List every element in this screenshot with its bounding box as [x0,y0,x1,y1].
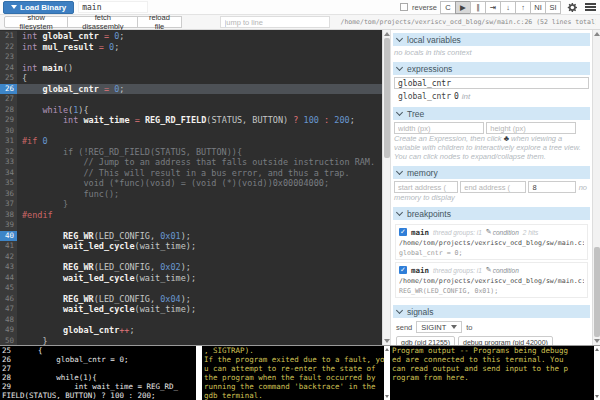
scroll-up-icon[interactable] [385,348,389,351]
signal-target-button[interactable]: debug program (pid 42000) [458,336,553,345]
pause-button[interactable]: ∥ [470,1,486,14]
return-button[interactable]: ↑ [515,1,531,14]
breakpoint-thread-groups: thread groups: i1 [433,229,482,236]
line-number[interactable]: 24 [0,63,17,74]
continue-button[interactable]: C [440,1,456,14]
scroll-down-icon[interactable] [595,395,599,398]
panel-header-tree[interactable]: Tree [393,107,590,120]
main-area: 21int global_cntr = 0;22int mul_result =… [0,30,600,345]
line-number[interactable]: 28 [0,105,17,116]
scroll-down-icon[interactable] [385,395,389,398]
breakpoint-condition-button[interactable]: ✎condition [486,228,519,236]
line-number[interactable]: 33 [0,157,17,168]
line-number[interactable]: 32 [0,147,17,158]
panel-header-memory[interactable]: memory [393,166,590,179]
editor-scrollbar[interactable] [382,30,390,345]
scroll-up-icon[interactable] [384,32,390,36]
gdbgui-console-terminal[interactable]: , SIGTRAP). If the program exited due to… [202,346,384,400]
expression-input[interactable] [394,77,589,89]
line-number[interactable]: 37 [0,199,17,210]
run-button[interactable]: ▶ [455,1,471,14]
scroll-up-icon[interactable] [595,348,599,351]
breakpoint-gutter[interactable]: 40 [0,231,17,242]
line-number[interactable]: 38 [0,210,17,221]
scrollbar-thumb[interactable] [594,247,600,337]
line-number[interactable]: 23 [0,52,17,63]
chevron-down-icon [396,167,403,174]
signal-target-button[interactable]: gdb (pid 21255) [396,336,455,345]
line-number[interactable]: 46 [0,294,17,305]
show-filesystem-button[interactable]: show filesystem [4,16,68,28]
tree-height-input[interactable] [486,122,576,134]
line-number[interactable]: 44 [0,273,17,284]
editor-line: 37 } [0,199,382,210]
panel-title: Tree [407,109,424,119]
scroll-up-icon[interactable] [594,32,600,36]
line-number[interactable]: 49 [0,325,17,336]
editor-line: 42 [0,252,382,263]
gdb-terminal[interactable]: 25 { 26 global_cntr = 0; 27 28 while(1){… [0,346,196,400]
panel-header-local-variables[interactable]: local variables [393,33,590,46]
breakpoint-enabled-checkbox[interactable]: ✓ [399,266,407,274]
code-text [17,126,22,137]
breakpoint-condition-button[interactable]: ✎condition [486,266,519,274]
editor-line: 28 while(1){ [0,105,382,116]
code-text: wait_led_cycle(wait_time); [17,241,196,252]
line-number[interactable]: 30 [0,126,17,137]
panel-header-breakpoints[interactable]: breakpoints [393,207,590,220]
menu-button[interactable] [583,1,597,14]
chevron-down-icon [11,5,17,9]
line-number[interactable]: 50 [0,336,17,346]
next-button[interactable]: ⇥ [485,1,501,14]
code-text: { [17,73,27,84]
line-number[interactable]: 41 [0,241,17,252]
reload-file-button[interactable]: reload file [137,16,181,28]
line-number[interactable]: 31 [0,136,17,147]
step-button[interactable]: ↓ [500,1,516,14]
settings-button[interactable] [565,1,579,14]
editor-line: 30 [0,126,382,137]
step-instruction-button[interactable]: SI [545,1,561,14]
memory-end-address-input[interactable] [460,181,526,193]
panel-header-expressions[interactable]: expressions [393,62,590,75]
next-instruction-button[interactable]: NI [530,1,546,14]
line-number[interactable]: 27 [0,94,17,105]
line-number[interactable]: 43 [0,262,17,273]
binary-path-input[interactable] [78,1,148,13]
program-output-terminal[interactable]: Program output -- Programs being debugg … [390,346,594,400]
scroll-down-icon[interactable] [384,339,390,343]
line-number[interactable]: 48 [0,315,17,326]
tree-width-input[interactable] [394,122,484,134]
memory-bytes-input[interactable] [528,181,576,193]
output-scrollbar[interactable] [594,346,600,400]
memory-start-address-input[interactable] [394,181,458,193]
line-number[interactable]: 29 [0,115,17,126]
load-binary-button[interactable]: Load Binary [3,1,74,14]
jump-to-line-input[interactable] [220,16,331,28]
breakpoint-card[interactable]: ✓mainthread groups: i1✎condition2 hits/h… [395,224,588,260]
reverse-checkbox[interactable] [400,3,408,11]
expression-row[interactable]: global_cntr0int [394,89,589,102]
editor-line: 25{ [0,73,382,84]
line-number[interactable]: 35 [0,178,17,189]
panel-header-signals[interactable]: signals [393,305,590,318]
sidebar-scrollbar[interactable] [592,30,600,345]
code-text: global_cntr = 0; [17,84,124,95]
line-number[interactable]: 36 [0,189,17,200]
line-number[interactable]: 34 [0,168,17,179]
line-number[interactable]: 39 [0,220,17,231]
line-number[interactable]: 22 [0,42,17,53]
line-number[interactable]: 25 [0,73,17,84]
breakpoint-card[interactable]: ✓mainthread groups: i1✎condition/home/to… [395,262,588,298]
breakpoint-gutter[interactable]: 26 [0,84,17,95]
scroll-down-icon[interactable] [594,339,600,343]
line-number[interactable]: 47 [0,304,17,315]
breakpoint-enabled-checkbox[interactable]: ✓ [399,228,407,236]
line-number[interactable]: 42 [0,252,17,263]
signal-select[interactable]: SIGINT [416,321,462,333]
fetch-disassembly-button[interactable]: fetch disassembly [67,16,138,28]
line-number[interactable]: 21 [0,31,17,42]
editor-line: 27 [0,94,382,105]
line-number[interactable]: 45 [0,283,17,294]
scrollbar-thumb[interactable] [384,38,390,158]
